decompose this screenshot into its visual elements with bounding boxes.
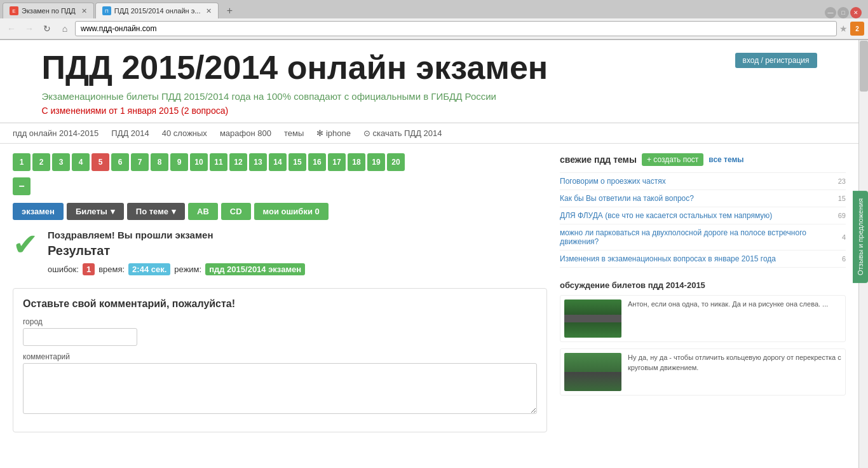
- tab2-favicon: П: [102, 6, 111, 15]
- ticket-14[interactable]: 14: [269, 153, 287, 171]
- comment-form: Оставьте свой комментарий, пожалуйста! г…: [13, 288, 547, 432]
- site-header: ПДД 2015/2014 онлайн экзамен Экзаменацио…: [0, 40, 858, 123]
- mode-label: режим:: [174, 265, 201, 274]
- discussion-header: обсуждение билетов пдд 2014-2015: [560, 280, 846, 290]
- nav-item-marathon[interactable]: марафон 800: [220, 128, 271, 138]
- topic-count-3: 69: [838, 212, 846, 219]
- topic-count-5: 6: [842, 255, 846, 263]
- cd-button[interactable]: CD: [221, 203, 251, 220]
- city-input[interactable]: [23, 328, 137, 346]
- new-tab-button[interactable]: +: [220, 3, 239, 18]
- dropdown-arrow-icon-2: ▾: [172, 207, 176, 216]
- tab1-close[interactable]: ✕: [81, 7, 87, 15]
- topic-link-3[interactable]: ДЛЯ ФЛУДА (все что не касается остальных…: [560, 211, 833, 220]
- ticket-20[interactable]: 20: [387, 153, 405, 171]
- ticket-11[interactable]: 11: [210, 153, 227, 171]
- ticket-grid: 1 2 3 4 5 6 7 8 9 10 11 12 13 14 15 16 1: [13, 153, 547, 171]
- mode-value: пдд 2015/2014 экзамен: [205, 263, 305, 275]
- scrollbar-thumb[interactable]: [860, 41, 868, 92]
- browser-tab-2[interactable]: П ПДД 2015/2014 онлайн э... ✕: [95, 3, 219, 18]
- po-teme-button[interactable]: По теме ▾: [127, 203, 185, 220]
- nav-menu: пдд онлайн 2014-2015 ПДД 2014 40 сложных…: [0, 123, 858, 144]
- ticket-18[interactable]: 18: [348, 153, 365, 171]
- home-button[interactable]: ⌂: [57, 21, 72, 36]
- discussion-thumb-2: [564, 353, 621, 391]
- ticket-4[interactable]: 4: [72, 153, 90, 171]
- nav-item-themes[interactable]: темы: [284, 128, 304, 138]
- iphone-icon: ✻: [316, 128, 326, 138]
- nav-item-download[interactable]: ⊙ скачать ПДД 2014: [363, 128, 442, 138]
- ticket-13[interactable]: 13: [249, 153, 267, 171]
- back-button[interactable]: ←: [4, 21, 19, 36]
- exam-button[interactable]: экзамен: [13, 203, 64, 220]
- errors-button[interactable]: мои ошибки 0: [254, 203, 329, 220]
- errors-label: ошибок:: [48, 265, 79, 274]
- discussion-text-1: Антон, если она одна, то никак. Да и на …: [628, 299, 828, 338]
- nav-item-pdd-2014[interactable]: ПДД 2014: [111, 128, 149, 138]
- address-bar[interactable]: [75, 21, 837, 36]
- discussion-item-1: Антон, если она одна, то никак. Да и на …: [560, 295, 846, 342]
- page-content: ПДД 2015/2014 онлайн экзамен Экзаменацио…: [0, 40, 858, 468]
- city-group: город: [23, 317, 537, 346]
- comment-textarea[interactable]: [23, 363, 537, 414]
- discussion-thumb-1: [564, 299, 621, 338]
- topics-section: свежие пдд темы + создать пост все темы …: [560, 153, 846, 268]
- ticket-12[interactable]: 12: [229, 153, 247, 171]
- checkmark-icon: ✔: [13, 230, 38, 260]
- sidebar-column: свежие пдд темы + создать пост все темы …: [560, 153, 846, 442]
- header-title-block: ПДД 2015/2014 онлайн экзамен Экзаменацио…: [42, 50, 735, 116]
- bookmark-icon[interactable]: ★: [839, 24, 848, 34]
- feedback-tab[interactable]: Отзывы и предложения: [853, 191, 868, 283]
- create-post-button[interactable]: + создать пост: [642, 153, 703, 166]
- discussion-section: обсуждение билетов пдд 2014-2015 Антон, …: [560, 280, 846, 396]
- result-area: ✔ Поздравляем! Вы прошли экзамен Результ…: [13, 230, 547, 275]
- login-button[interactable]: вход / регистрация: [735, 53, 817, 68]
- topic-list: Поговорим о проезжих частях 23 Как бы Вы…: [560, 172, 846, 268]
- ticket-17[interactable]: 17: [328, 153, 346, 171]
- ticket-5[interactable]: 5: [92, 153, 109, 171]
- nav-item-iphone[interactable]: ✻ iphone: [316, 128, 351, 138]
- errors-value: 1: [83, 263, 95, 275]
- reload-button[interactable]: ↻: [39, 21, 55, 36]
- nav-item-pdd-online[interactable]: пдд онлайн 2014-2015: [13, 128, 98, 138]
- content-area: 1 2 3 4 5 6 7 8 9 10 11 12 13 14 15 16 1: [0, 144, 858, 451]
- topic-link-2[interactable]: Как бы Вы ответили на такой вопрос?: [560, 194, 833, 203]
- ticket-1[interactable]: 1: [13, 153, 31, 171]
- ticket-minus[interactable]: −: [13, 177, 31, 195]
- ticket-7[interactable]: 7: [131, 153, 149, 171]
- nav-item-40[interactable]: 40 сложных: [162, 128, 207, 138]
- minimize-button[interactable]: —: [825, 7, 836, 18]
- topic-link-1[interactable]: Поговорим о проезжих частях: [560, 177, 833, 186]
- maximize-button[interactable]: □: [837, 7, 849, 18]
- ticket-10[interactable]: 10: [190, 153, 208, 171]
- header-right: вход / регистрация: [735, 50, 817, 68]
- ticket-9[interactable]: 9: [170, 153, 188, 171]
- all-themes-link[interactable]: все темы: [709, 155, 743, 164]
- discussion-item-2: Ну да, ну да - чтобы отличить кольцевую …: [560, 348, 846, 396]
- comment-form-title: Оставьте свой комментарий, пожалуйста!: [23, 298, 537, 310]
- ticket-3[interactable]: 3: [52, 153, 70, 171]
- site-subtitle: Экзаменационные билеты ПДД 2015/2014 год…: [42, 91, 735, 102]
- main-column: 1 2 3 4 5 6 7 8 9 10 11 12 13 14 15 16 1: [13, 153, 547, 442]
- topic-link-4[interactable]: можно ли парковаться на двухполосной дор…: [560, 228, 837, 246]
- browser-chrome: E Экзамен по ПДД ✕ П ПДД 2015/2014 онлай…: [0, 0, 868, 40]
- action-buttons: экзамен Билеты ▾ По теме ▾ АВ CD мои оши…: [13, 203, 547, 220]
- ticket-6[interactable]: 6: [111, 153, 129, 171]
- ticket-8[interactable]: 8: [151, 153, 168, 171]
- bilety-button[interactable]: Билеты ▾: [67, 203, 124, 220]
- close-button[interactable]: ✕: [850, 7, 862, 18]
- ticket-16[interactable]: 16: [308, 153, 326, 171]
- ticket-2[interactable]: 2: [32, 153, 50, 171]
- tab2-close[interactable]: ✕: [206, 7, 212, 15]
- topic-count-4: 4: [842, 233, 846, 241]
- ticket-15[interactable]: 15: [288, 153, 306, 171]
- browser-toolbar: ← → ↻ ⌂ ★ 2: [0, 18, 868, 39]
- forward-button[interactable]: →: [22, 21, 37, 36]
- ticket-19[interactable]: 19: [367, 153, 385, 171]
- ab-button[interactable]: АВ: [188, 203, 218, 220]
- topic-link-5[interactable]: Изменения в экзаменационных вопросах в я…: [560, 254, 837, 263]
- header-inner: ПДД 2015/2014 онлайн экзамен Экзаменацио…: [29, 50, 830, 116]
- browser-tab-1[interactable]: E Экзамен по ПДД ✕: [3, 3, 94, 18]
- time-label: время:: [98, 265, 125, 274]
- user-icon[interactable]: 2: [850, 22, 864, 36]
